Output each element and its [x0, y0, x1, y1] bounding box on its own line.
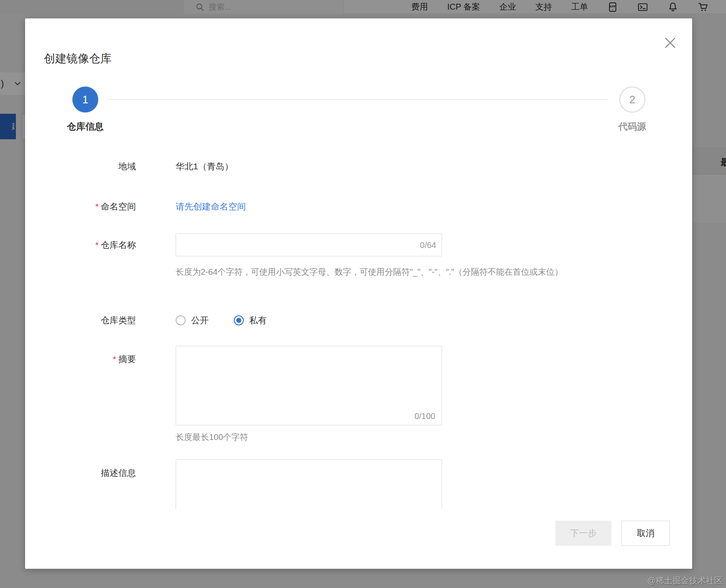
description-textarea[interactable]	[176, 459, 442, 509]
required-mark: *	[113, 354, 116, 364]
form-row-description: 描述信息	[25, 459, 442, 509]
form-row-region: 地域 华北1（青岛）	[25, 161, 233, 172]
namespace-label: *命名空间	[25, 201, 136, 212]
summary-field-wrap: 0/100	[176, 346, 442, 425]
radio-public[interactable]: 公开	[176, 314, 209, 326]
create-repo-modal: 创建镜像仓库 1 仓库信息 2 代码源 地域 华北1（青岛） *命名空间 请先创…	[25, 18, 692, 569]
repo-name-help: 长度为2-64个字符，可使用小写英文字母、数字，可使用分隔符"_"、"-"、".…	[176, 264, 625, 279]
radio-private[interactable]: 私有	[234, 314, 267, 326]
modal-title: 创建镜像仓库	[44, 51, 112, 66]
step-1-number: 1	[82, 93, 88, 106]
repo-name-field-wrap: 0/64	[176, 233, 442, 256]
required-mark: *	[95, 240, 99, 250]
radio-public-circle[interactable]	[176, 315, 186, 325]
form-row-namespace: *命名空间 请先创建命名空间	[25, 201, 246, 212]
summary-help: 长度最长100个字符	[176, 432, 248, 443]
form-row-repo-name: *仓库名称 0/64	[25, 233, 442, 256]
form-row-summary: *摘要 0/100	[25, 346, 442, 425]
description-label: 描述信息	[25, 459, 136, 479]
step-2-circle: 2	[619, 87, 645, 112]
form-row-repo-type: 仓库类型 公开 私有	[25, 314, 267, 326]
radio-public-label: 公开	[191, 314, 209, 326]
region-value: 华北1（青岛）	[176, 161, 233, 172]
repo-name-input[interactable]	[176, 233, 442, 256]
repo-type-radio-group: 公开 私有	[176, 314, 267, 326]
repo-name-counter: 0/64	[420, 240, 436, 250]
region-label: 地域	[25, 161, 136, 172]
summary-counter: 0/100	[414, 412, 435, 421]
radio-private-label: 私有	[249, 314, 267, 326]
close-button[interactable]	[662, 34, 678, 51]
step-2-number: 2	[629, 93, 635, 106]
step-1-label: 仓库信息	[62, 120, 109, 133]
description-field-wrap	[176, 459, 442, 509]
step-1-circle: 1	[72, 87, 98, 112]
radio-private-circle[interactable]	[234, 315, 244, 325]
summary-textarea[interactable]	[176, 346, 442, 425]
cancel-button[interactable]: 取消	[621, 521, 670, 546]
next-step-button[interactable]: 下一步	[555, 521, 611, 546]
summary-label: *摘要	[25, 346, 136, 365]
create-namespace-link[interactable]: 请先创建命名空间	[176, 201, 246, 212]
watermark: @稀土掘金技术社区	[647, 575, 723, 586]
close-icon	[662, 35, 678, 51]
repo-type-label: 仓库类型	[25, 314, 136, 326]
repo-name-label: *仓库名称	[25, 239, 136, 251]
step-2-label: 代码源	[614, 120, 651, 133]
required-mark: *	[95, 202, 99, 211]
stepper-connector	[109, 99, 608, 100]
